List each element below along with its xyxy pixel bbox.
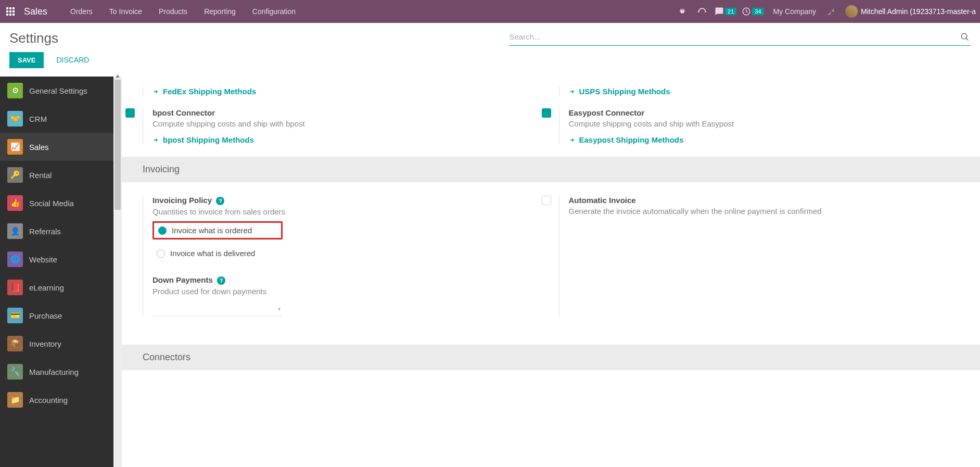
- svg-rect-2: [12, 7, 15, 9]
- usps-methods-link[interactable]: USPS Shipping Methods: [569, 87, 960, 96]
- auto-invoice-title: Automatic Invoice: [569, 196, 960, 205]
- svg-rect-4: [9, 10, 11, 12]
- apps-grid-icon[interactable]: [4, 5, 17, 18]
- scroll-arrow-up-icon: [116, 74, 120, 78]
- easypost-methods-link[interactable]: Easypost Shipping Methods: [569, 135, 960, 144]
- save-button[interactable]: SAVE: [9, 52, 44, 68]
- top-navbar: Sales Orders To Invoice Products Reporti…: [0, 0, 980, 23]
- chart-icon: 📈: [7, 139, 23, 155]
- nav-to-invoice[interactable]: To Invoice: [102, 0, 149, 23]
- sidebar-item-referrals[interactable]: 👤Referrals: [0, 217, 113, 245]
- activities-icon[interactable]: 34: [742, 7, 763, 16]
- sidebar-item-accounting[interactable]: 📁Accounting: [0, 386, 113, 414]
- sidebar-label: General Settings: [29, 86, 87, 95]
- main-content: FedEx Shipping Methods USPS Shipping Met…: [122, 77, 980, 467]
- auto-invoice-desc: Generate the invoice automatically when …: [569, 207, 960, 216]
- box-icon: 📦: [7, 336, 23, 351]
- sidebar-item-social[interactable]: 👍Social Media: [0, 189, 113, 217]
- card-icon: 💳: [7, 308, 23, 323]
- sidebar-item-general[interactable]: ⚙General Settings: [0, 77, 113, 105]
- sidebar-item-rental[interactable]: 🔑Rental: [0, 161, 113, 189]
- wrench-icon: 🔧: [7, 364, 23, 380]
- sidebar-label: Manufacturing: [29, 368, 79, 376]
- sidebar-label: Inventory: [29, 339, 61, 348]
- svg-rect-7: [9, 14, 11, 16]
- bug-icon[interactable]: [675, 7, 690, 16]
- svg-rect-8: [12, 14, 15, 16]
- link-label: USPS Shipping Methods: [579, 87, 670, 96]
- invoicing-section-header: Invoicing: [122, 157, 980, 182]
- radio-icon: [158, 226, 167, 235]
- auto-invoice-checkbox[interactable]: [542, 196, 551, 205]
- radio-invoice-ordered[interactable]: Invoice what is ordered: [152, 221, 283, 239]
- sidebar-item-purchase[interactable]: 💳Purchase: [0, 301, 113, 330]
- invoicing-policy-title: Invoicing Policy ?: [152, 196, 543, 205]
- fedex-methods-link[interactable]: FedEx Shipping Methods: [152, 87, 543, 96]
- down-payment-product-select[interactable]: [152, 302, 283, 317]
- link-label: FedEx Shipping Methods: [163, 87, 256, 96]
- bpost-checkbox[interactable]: [125, 108, 135, 118]
- radio-invoice-delivered[interactable]: Invoice what is delivered: [152, 247, 543, 260]
- app-brand[interactable]: Sales: [21, 6, 50, 17]
- sidebar-item-manufacturing[interactable]: 🔧Manufacturing: [0, 358, 113, 386]
- sidebar-label: Rental: [29, 171, 52, 180]
- page-title: Settings: [9, 30, 58, 46]
- sidebar-label: Referrals: [29, 227, 61, 236]
- svg-rect-6: [6, 14, 8, 16]
- messages-icon[interactable]: 21: [715, 7, 736, 16]
- scroll-track[interactable]: [113, 77, 122, 467]
- arrow-right-icon: [569, 137, 576, 143]
- sidebar-item-inventory[interactable]: 📦Inventory: [0, 330, 113, 358]
- svg-rect-5: [12, 10, 15, 12]
- activities-badge: 34: [752, 8, 763, 15]
- nav-products[interactable]: Products: [151, 0, 195, 23]
- easypost-desc: Compute shipping costs and ship with Eas…: [569, 119, 960, 128]
- sidebar-label: CRM: [29, 115, 47, 123]
- sidebar-item-sales[interactable]: 📈Sales: [0, 133, 113, 161]
- nav-reporting[interactable]: Reporting: [197, 0, 243, 23]
- svg-rect-0: [6, 7, 8, 9]
- search-input[interactable]: [509, 30, 960, 43]
- sidebar-label: Social Media: [29, 199, 74, 208]
- help-icon[interactable]: ?: [217, 276, 225, 285]
- invoicing-policy-desc: Quantities to invoice from sales orders: [152, 207, 543, 216]
- support-icon[interactable]: [695, 6, 709, 17]
- connectors-section-header: Connectors: [122, 345, 980, 370]
- down-payments-desc: Product used for down payments: [152, 287, 543, 296]
- sidebar-item-crm[interactable]: 🤝CRM: [0, 105, 113, 133]
- bpost-desc: Compute shipping costs and ship with bpo…: [152, 119, 543, 128]
- username: Mitchell Admin (19233713-master-a: [861, 7, 976, 16]
- easypost-title: Easypost Connector: [569, 108, 960, 117]
- search-icon[interactable]: [960, 32, 971, 42]
- sidebar-label: Accounting: [29, 396, 68, 405]
- avatar: [845, 5, 858, 18]
- arrow-right-icon: [152, 89, 160, 95]
- radio-icon: [157, 249, 165, 258]
- svg-rect-3: [6, 10, 8, 12]
- bpost-title: bpost Connector: [152, 108, 543, 117]
- scroll-thumb[interactable]: [114, 80, 121, 210]
- user-menu[interactable]: Mitchell Admin (19233713-master-a: [845, 5, 976, 18]
- easypost-checkbox[interactable]: [542, 108, 551, 118]
- company-selector[interactable]: My Company: [769, 7, 820, 16]
- nav-orders[interactable]: Orders: [63, 0, 100, 23]
- nav-configuration[interactable]: Configuration: [245, 0, 303, 23]
- thumbs-up-icon: 👍: [7, 195, 23, 211]
- caret-down-icon: ▾: [278, 306, 281, 312]
- tools-icon[interactable]: [825, 7, 840, 16]
- person-icon: 👤: [7, 223, 23, 239]
- link-label: bpost Shipping Methods: [163, 135, 254, 144]
- handshake-icon: 🤝: [7, 111, 23, 127]
- help-icon[interactable]: ?: [216, 197, 224, 205]
- messages-badge: 21: [725, 8, 736, 15]
- svg-line-11: [966, 38, 969, 41]
- discard-button[interactable]: DISCARD: [54, 52, 91, 68]
- bpost-methods-link[interactable]: bpost Shipping Methods: [152, 135, 543, 144]
- globe-icon: 🌐: [7, 251, 23, 267]
- svg-point-10: [961, 33, 967, 39]
- sidebar-item-website[interactable]: 🌐Website: [0, 245, 113, 273]
- key-icon: 🔑: [7, 167, 23, 183]
- settings-sidebar: ⚙General Settings 🤝CRM 📈Sales 🔑Rental 👍S…: [0, 77, 113, 467]
- book-icon: 📕: [7, 280, 23, 295]
- sidebar-item-elearning[interactable]: 📕eLearning: [0, 273, 113, 301]
